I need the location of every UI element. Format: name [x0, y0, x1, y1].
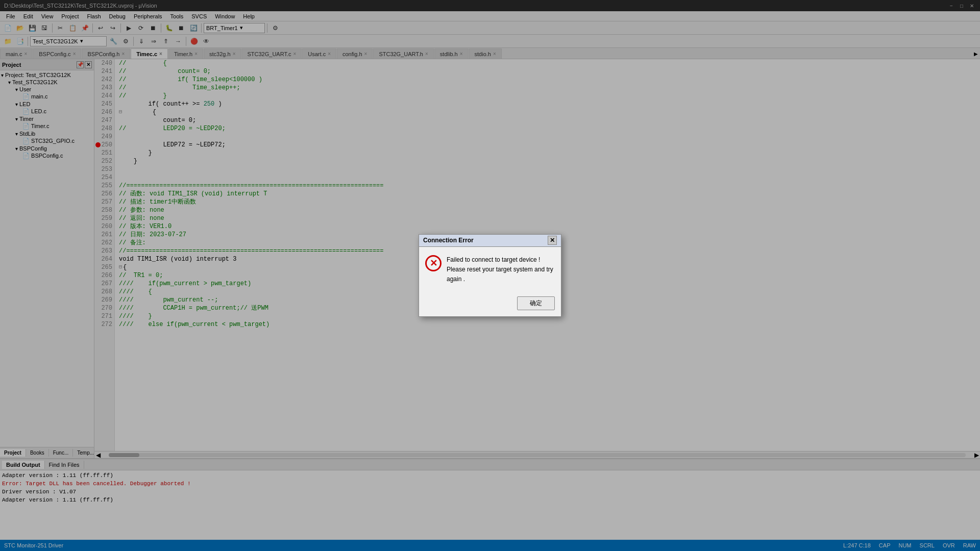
error-icon: ✕	[425, 255, 442, 271]
dialog-close-button[interactable]: ✕	[548, 236, 557, 245]
dialog-footer: 确定	[419, 292, 561, 316]
dialog-overlay: Connection Error ✕ ✕ Failed to connect t…	[0, 0, 980, 551]
error-x-icon: ✕	[430, 258, 437, 269]
dialog-title-bar: Connection Error ✕	[419, 235, 561, 247]
dialog-ok-button[interactable]: 确定	[517, 296, 555, 310]
dialog-title: Connection Error	[423, 237, 474, 244]
connection-error-dialog: Connection Error ✕ ✕ Failed to connect t…	[419, 234, 561, 317]
dialog-message: Failed to connect to target device ! Ple…	[447, 255, 555, 285]
dialog-message-line1: Failed to connect to target device !	[447, 255, 555, 265]
dialog-body: ✕ Failed to connect to target device ! P…	[419, 247, 561, 293]
dialog-message-line2: Please reset your target system and try …	[447, 265, 555, 284]
